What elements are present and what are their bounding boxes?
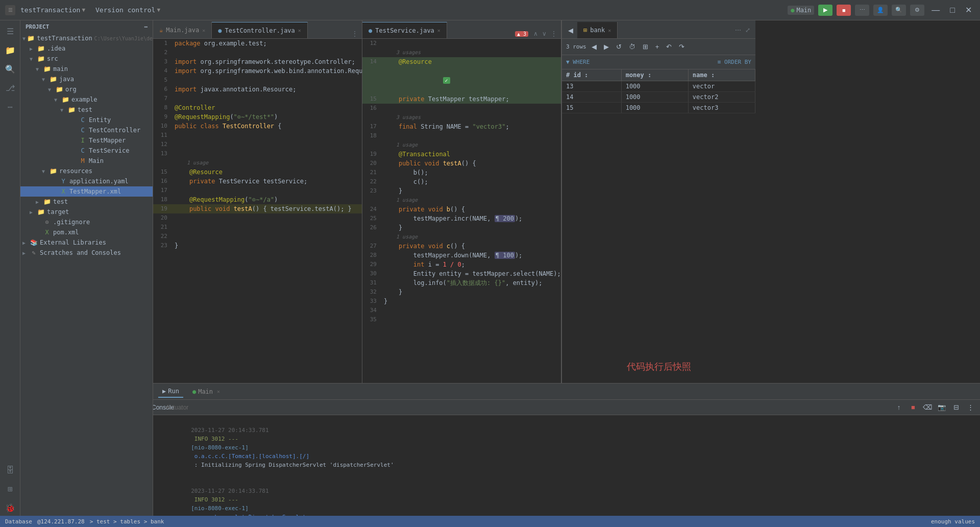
minimize-button[interactable]: —	[928, 6, 943, 15]
db-row-2[interactable]: 14 1000 vector2	[562, 92, 755, 103]
tree-item-external-libs[interactable]: ▶ 📚 External Libraries	[20, 237, 153, 248]
tab-testcontroller[interactable]: ● TestController.java ✕	[212, 22, 308, 38]
tab-main-java[interactable]: ☕ Main.java ✕	[153, 22, 212, 38]
tree-item-gitignore[interactable]: ▶ ⊙ .gitignore	[20, 217, 153, 227]
code-line: 14 @Resource ✓	[362, 57, 561, 94]
actuator-tab-btn[interactable]: Actuator	[172, 402, 183, 413]
tree-item-java[interactable]: ▼ 📁 java	[20, 74, 153, 84]
close-tab-ts[interactable]: ✕	[437, 28, 440, 33]
db-next-page[interactable]: ▶	[602, 42, 611, 52]
tree-item-TestService[interactable]: ▶ C TestService	[20, 146, 153, 156]
branch-selector[interactable]: ● Main	[788, 6, 814, 15]
tree-item-target[interactable]: ▶ 📁 target	[20, 207, 153, 217]
more-button[interactable]: ⋯	[855, 5, 869, 16]
menu-icon[interactable]: ☰	[2, 23, 18, 39]
pane-1-actions: ⋮	[351, 29, 362, 38]
version-control-arrow[interactable]: ▼	[157, 7, 160, 13]
tree-item-example[interactable]: ▼ 📁 example	[20, 94, 153, 105]
expand-arrow-resources: ▼	[42, 169, 49, 174]
fold-console-btn[interactable]: ⊟	[950, 402, 962, 413]
col-money[interactable]: money :	[621, 69, 688, 81]
db-pane-more[interactable]: ⋯	[734, 26, 742, 35]
project-name[interactable]: testTransaction	[20, 6, 80, 14]
titlebar: ☰ testTransaction ▼ Version control ▼ ● …	[0, 0, 980, 20]
db-nav-prev[interactable]: ◀	[566, 26, 575, 35]
pane-1-settings[interactable]: ⋮	[351, 29, 359, 38]
tree-item-application[interactable]: ▶ Y application.yaml	[20, 176, 153, 186]
more-tools-icon[interactable]: ⋯	[2, 99, 18, 115]
tree-item-src[interactable]: ▼ 📁 src	[20, 54, 153, 64]
maximize-button[interactable]: □	[947, 6, 958, 15]
pane-2-settings[interactable]: ⋮	[550, 29, 558, 38]
code-editor-1[interactable]: 1 package org.example.test; 2 3 import o…	[153, 39, 362, 383]
tree-label-main: main	[53, 65, 68, 73]
tree-item-TestMapper-xml[interactable]: ▶ X TestMapper.xml	[20, 186, 153, 197]
db-tab-bank[interactable]: ⊞ bank ✕	[577, 22, 618, 38]
console-content[interactable]: 2023-11-27 20:14:33.781 INFO 3012 --- [n…	[153, 415, 980, 516]
tree-item-test-folder[interactable]: ▶ 📁 test	[20, 197, 153, 207]
screenshot-btn[interactable]: 📷	[936, 402, 947, 413]
settings-button[interactable]: ⚙	[910, 5, 924, 16]
tree-item-scratches[interactable]: ▶ ✎ Scratches and Consoles	[20, 248, 153, 258]
stop-button[interactable]: ■	[837, 5, 851, 16]
tab-label-main: Main.java	[166, 27, 199, 34]
db-prev-page[interactable]: ◀	[590, 42, 599, 52]
db-refresh[interactable]: ↺	[614, 42, 624, 52]
more-console-btn[interactable]: ⋮	[965, 402, 976, 413]
stop-console-btn[interactable]: ■	[908, 402, 919, 413]
tree-item-idea[interactable]: ▶ 📁 .idea	[20, 43, 153, 54]
resources-folder-icon: 📁	[49, 167, 57, 175]
debug-icon[interactable]: 🐞	[2, 499, 18, 516]
project-dropdown-icon[interactable]: ▼	[82, 7, 85, 13]
tree-item-Entity[interactable]: ▶ C Entity	[20, 115, 153, 125]
db-row-3[interactable]: 15 1000 vector3	[562, 103, 755, 113]
db-path: > test > tables > bank	[90, 518, 164, 525]
error-nav-up[interactable]: ∧	[532, 29, 539, 38]
database-icon[interactable]: 🗄	[2, 462, 18, 478]
search-icon[interactable]: 🔍	[2, 61, 18, 77]
close-tab-main[interactable]: ✕	[202, 28, 205, 33]
scroll-up-btn[interactable]: ↑	[893, 402, 904, 413]
db-export[interactable]: ⊞	[641, 42, 650, 52]
tree-item-resources[interactable]: ▼ 📁 resources	[20, 166, 153, 176]
clear-console-btn[interactable]: ⌫	[922, 402, 933, 413]
bottom-tab-main[interactable]: ● Main ✕	[188, 386, 224, 397]
tree-item-TestMapper[interactable]: ▶ I TestMapper	[20, 135, 153, 146]
close-tab-tc[interactable]: ✕	[298, 28, 301, 33]
db-clock[interactable]: ⏱	[627, 42, 638, 52]
close-button[interactable]: ✕	[962, 5, 975, 15]
tab-testservice[interactable]: ● TestService.java ✕	[362, 22, 447, 38]
error-nav-down[interactable]: ∨	[541, 29, 548, 38]
search-button[interactable]: 🔍	[892, 5, 906, 16]
terminal-icon[interactable]: ⊞	[2, 481, 18, 497]
col-name[interactable]: name :	[688, 69, 755, 81]
cell-row2-id: 14	[562, 92, 621, 103]
bottom-tab-run[interactable]: ▶ Run	[158, 386, 183, 398]
tree-item-testTransaction[interactable]: ▼ 📁 testTransaction C:\Users\YuanJie\de	[20, 33, 153, 43]
db-pane-expand[interactable]: ⤢	[744, 26, 751, 35]
code-editor-2[interactable]: 12 3 usages 14 @Resource ✓	[362, 39, 561, 383]
db-row-1[interactable]: 13 1000 vector	[562, 81, 755, 92]
tree-item-org[interactable]: ▼ 📁 org	[20, 84, 153, 94]
db-close-icon[interactable]: ✕	[608, 28, 611, 33]
version-control[interactable]: Version control	[95, 6, 155, 14]
tree-item-main[interactable]: ▼ 📁 main	[20, 64, 153, 74]
test-folder-icon: 📁	[43, 198, 51, 205]
git-icon[interactable]: ⎇	[2, 80, 18, 96]
db-undo[interactable]: ↶	[664, 42, 674, 52]
tree-item-test-pkg[interactable]: ▼ 📁 test	[20, 105, 153, 115]
tree-item-pom[interactable]: ▶ X pom.xml	[20, 227, 153, 237]
run-button[interactable]: ▶	[818, 5, 832, 16]
db-add-row[interactable]: +	[653, 42, 662, 52]
tree-label-gitignore: .gitignore	[53, 219, 90, 226]
user-button[interactable]: 👤	[873, 5, 888, 16]
tree-path: C:\Users\YuanJie\de	[94, 36, 153, 41]
col-id[interactable]: # id :	[562, 69, 621, 81]
tree-item-Main[interactable]: ▶ M Main	[20, 156, 153, 166]
sidebar-menu-icon[interactable]: ⋯	[144, 23, 148, 30]
tree-item-TestController[interactable]: ▶ C TestController	[20, 125, 153, 135]
db-redo[interactable]: ↷	[677, 42, 687, 52]
main-tab-close[interactable]: ✕	[217, 389, 220, 394]
project-icon[interactable]: 📁	[2, 42, 18, 58]
expand-arrow-main: ▼	[36, 66, 43, 72]
